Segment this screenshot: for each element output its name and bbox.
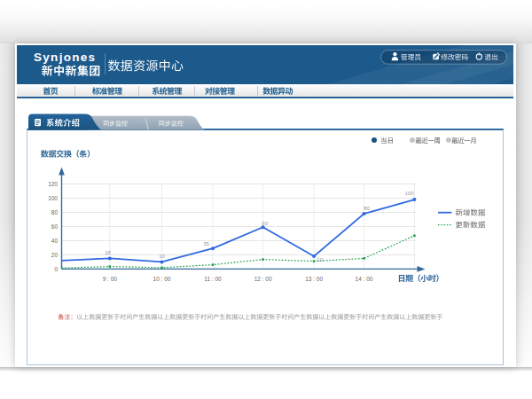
svg-text:14 : 00: 14 : 00: [356, 276, 373, 282]
svg-text:12 : 00: 12 : 00: [254, 276, 272, 282]
svg-text:100: 100: [404, 191, 414, 196]
svg-text:60: 60: [51, 223, 59, 230]
svg-text:10 : 00: 10 : 00: [153, 276, 171, 282]
svg-text:9 : 00: 9 : 00: [103, 276, 118, 282]
svg-text:20: 20: [51, 252, 59, 258]
svg-text:40: 40: [51, 238, 59, 244]
svg-text:35: 35: [203, 241, 209, 246]
svg-text:60: 60: [262, 221, 268, 226]
svg-text:13 : 00: 13 : 00: [305, 276, 323, 282]
svg-text:10: 10: [317, 257, 323, 262]
svg-text:0: 0: [54, 266, 58, 272]
svg-text:120: 120: [48, 181, 58, 187]
svg-text:100: 100: [48, 195, 58, 201]
svg-text:18: 18: [105, 250, 111, 255]
svg-text:10: 10: [159, 254, 165, 259]
svg-text:11 : 00: 11 : 00: [204, 276, 222, 282]
svg-text:80: 80: [51, 209, 59, 215]
svg-text:80: 80: [364, 206, 370, 211]
